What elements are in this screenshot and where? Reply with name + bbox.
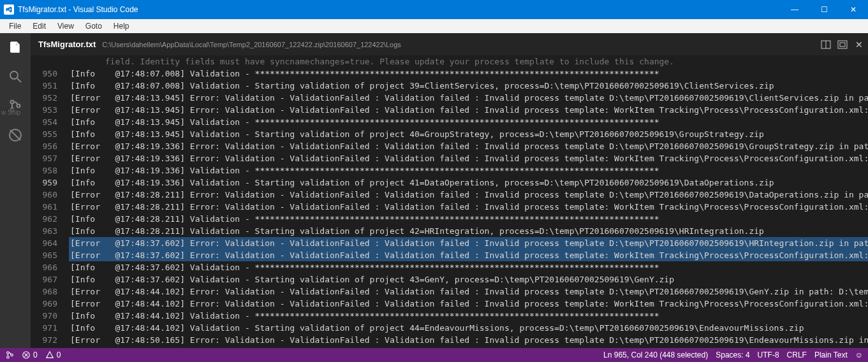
line-number: 964 (31, 237, 57, 249)
line-number-gutter: 9509519529539549559569579589599609619629… (31, 55, 69, 348)
editor-line[interactable]: [Error @17:48:19.336] Error: Validation … (69, 140, 868, 152)
line-number: 962 (31, 213, 57, 225)
editor-line[interactable]: [Error @17:48:19.336] Error: Validation … (69, 152, 868, 164)
debug-icon[interactable] (6, 126, 24, 144)
status-warnings-count: 0 (57, 351, 61, 359)
editor-line[interactable]: [Info @17:48:37.602] Validation - Starti… (69, 273, 868, 286)
line-number: 965 (31, 249, 57, 261)
svg-line-1 (17, 78, 21, 82)
editor-line[interactable]: [Info @17:48:28.211] Validation - ******… (69, 213, 868, 225)
editor-line[interactable]: [Error @17:48:37.602] Error: Validation … (69, 249, 868, 261)
close-button[interactable]: ✕ (839, 0, 868, 19)
window-title: TfsMigrator.txt - Visual Studio Code (18, 5, 138, 14)
editor-line[interactable]: [Error @17:48:28.211] Error: Validation … (69, 189, 868, 201)
status-eol[interactable]: CRLF (787, 351, 807, 359)
line-number: 956 (31, 140, 57, 152)
editor-line[interactable]: [Error @17:48:50.165] Error: Validation … (69, 334, 868, 346)
line-number: 968 (31, 286, 57, 298)
editor-line[interactable]: [Info @17:48:19.336] Validation - ******… (69, 164, 868, 177)
editor-line[interactable]: field. Identity fields must have syncnam… (69, 55, 868, 68)
main-area: w Snip TfsMigrator.txt C:\Users\dahellem… (0, 33, 868, 348)
title-bar: TfsMigrator.txt - Visual Studio Code — ☐… (0, 0, 868, 19)
line-number: 951 (31, 80, 57, 92)
split-editor-icon[interactable] (821, 40, 831, 50)
line-number: 966 (31, 261, 57, 273)
status-problems[interactable]: 0 0 (22, 351, 61, 359)
menu-goto[interactable]: Goto (80, 20, 107, 32)
editor-line[interactable]: [Info @17:48:07.008] Validation - Starti… (69, 80, 868, 92)
editor-lines[interactable]: field. Identity fields must have syncnam… (69, 55, 868, 348)
menu-view[interactable]: View (52, 20, 79, 32)
editor-line[interactable]: [Error @17:48:13.945] Error: Validation … (69, 104, 868, 116)
line-number: 963 (31, 225, 57, 237)
svg-rect-10 (840, 43, 845, 47)
menu-bar: File Edit View Goto Help (0, 19, 868, 33)
editor-line[interactable]: [Info @17:48:19.336] Validation - Starti… (69, 177, 868, 189)
editor-line[interactable]: [Error @17:48:37.602] Error: Validation … (69, 237, 868, 249)
status-cursor[interactable]: Ln 965, Col 240 (448 selected) (603, 351, 708, 359)
line-number: 972 (31, 334, 57, 346)
maximize-button[interactable]: ☐ (809, 0, 839, 19)
tab-bar: TfsMigrator.txt C:\Users\dahellem\AppDat… (31, 33, 868, 55)
line-number: 953 (31, 104, 57, 116)
line-number: 970 (31, 310, 57, 322)
status-indent[interactable]: Spaces: 4 (716, 351, 749, 359)
editor-line[interactable]: [Error @17:48:44.102] Error: Validation … (69, 298, 868, 310)
menu-edit[interactable]: Edit (27, 20, 51, 32)
line-number: 958 (31, 164, 57, 177)
feedback-icon[interactable]: ☺ (855, 351, 863, 359)
snip-label: w Snip (0, 108, 22, 117)
editor-group: TfsMigrator.txt C:\Users\dahellem\AppDat… (31, 33, 868, 348)
line-number: 954 (31, 116, 57, 128)
activity-bar (0, 33, 31, 348)
editor-line[interactable]: [Info @17:48:13.945] Validation - ******… (69, 116, 868, 128)
line-number: 969 (31, 298, 57, 310)
status-encoding[interactable]: UTF-8 (758, 351, 779, 359)
status-language[interactable]: Plain Text (814, 351, 848, 359)
line-number: 959 (31, 177, 57, 189)
line-number: 961 (31, 201, 57, 213)
svg-point-0 (10, 71, 18, 79)
editor-line[interactable]: [Info @17:48:44.102] Validation - ******… (69, 310, 868, 322)
git-sync-icon[interactable] (5, 351, 14, 359)
menu-file[interactable]: File (4, 20, 26, 32)
editor-line[interactable]: [Info @17:48:28.211] Validation - Starti… (69, 225, 868, 237)
svg-point-12 (7, 356, 10, 359)
editor-line[interactable]: [Info @17:48:07.008] Validation - ******… (69, 68, 868, 80)
line-number: 952 (31, 92, 57, 104)
explorer-icon[interactable] (6, 38, 24, 56)
minimize-button[interactable]: — (780, 0, 809, 19)
line-number: 973 (31, 346, 57, 348)
svg-point-2 (11, 101, 14, 104)
editor-line[interactable]: [Error @17:48:44.102] Error: Validation … (69, 286, 868, 298)
menu-help[interactable]: Help (108, 20, 135, 32)
line-number: 957 (31, 152, 57, 164)
line-number: 960 (31, 189, 57, 201)
tab-title[interactable]: TfsMigrator.txt (38, 40, 96, 49)
status-errors-count: 0 (33, 351, 38, 359)
editor-text[interactable]: 9509519529539549559569579589599609619629… (31, 55, 868, 348)
svg-line-6 (10, 130, 20, 140)
close-editor-icon[interactable]: ✕ (854, 40, 864, 50)
line-number: 950 (31, 68, 57, 80)
line-number: 955 (31, 128, 57, 140)
line-number: 967 (31, 273, 57, 286)
editor-line[interactable]: [Error @17:48:28.211] Error: Validation … (69, 201, 868, 213)
editor-line[interactable]: [Info @17:48:13.945] Validation - Starti… (69, 128, 868, 140)
svg-rect-9 (838, 41, 847, 48)
tab-path: C:\Users\dahellem\AppData\Local\Temp\Tem… (102, 41, 401, 48)
vscode-icon (4, 4, 14, 15)
editor-line[interactable]: [Info @17:48:44.102] Validation - Starti… (69, 322, 868, 334)
editor-line[interactable]: [Error @17:48:13.945] Error: Validation … (69, 92, 868, 104)
more-actions-icon[interactable] (837, 40, 848, 50)
editor-line[interactable]: [Info @17:48:37.602] Validation - ******… (69, 261, 868, 273)
search-icon[interactable] (6, 68, 24, 85)
editor-line[interactable]: [Error @17:48:50.165] Error: Validation … (69, 346, 868, 348)
line-number: 971 (31, 322, 57, 334)
svg-point-11 (7, 352, 10, 354)
status-bar: 0 0 Ln 965, Col 240 (448 selected) Space… (0, 348, 868, 362)
svg-point-4 (17, 105, 20, 108)
